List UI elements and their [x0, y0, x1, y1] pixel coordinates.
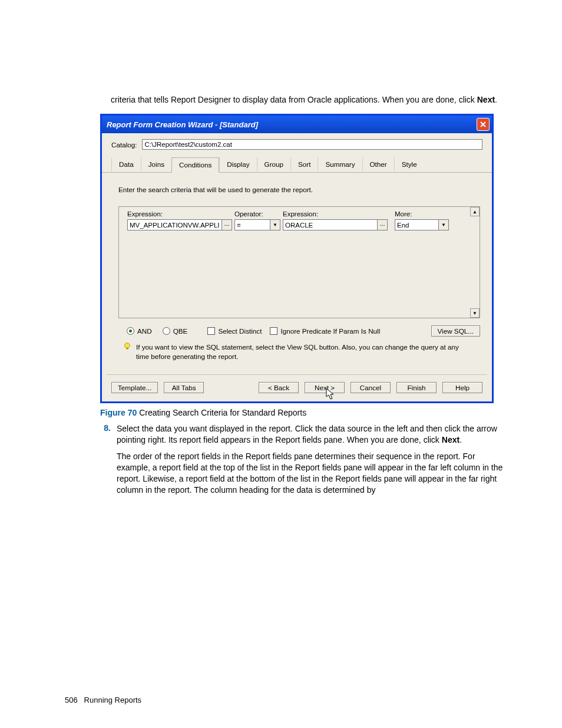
finish-button[interactable]: Finish	[396, 382, 437, 393]
catalog-input[interactable]	[142, 139, 482, 150]
criteria-panel: Expression: Operator: Expression: More: …	[118, 206, 480, 318]
hint-text: If you want to view the SQL statement, s…	[118, 341, 480, 368]
figure-caption: Figure 70 Creating Search Criteria for S…	[100, 408, 509, 417]
template-button[interactable]: Template...	[111, 382, 158, 393]
view-sql-button[interactable]: View SQL...	[431, 325, 481, 337]
expression-2-browse-button[interactable]: ...	[377, 219, 388, 230]
expression-1-input[interactable]	[127, 219, 222, 230]
follow-paragraph: The order of the report fields in the Re…	[117, 451, 509, 496]
header-more: More:	[395, 210, 449, 218]
tab-conditions[interactable]: Conditions	[171, 157, 219, 173]
tab-sort[interactable]: Sort	[290, 157, 318, 173]
tab-bar: Data Joins Conditions Display Group Sort…	[102, 152, 492, 173]
scroll-down-button[interactable]: ▼	[470, 308, 480, 318]
tab-group[interactable]: Group	[257, 157, 290, 173]
intro-paragraph: criteria that tells Report Designer to d…	[111, 94, 509, 106]
more-select[interactable]: End▼	[395, 219, 449, 230]
tab-style[interactable]: Style	[394, 157, 424, 173]
tab-joins[interactable]: Joins	[141, 157, 171, 173]
cursor-icon	[326, 388, 336, 401]
step-8-text: Select the data you want displayed in th…	[117, 423, 509, 446]
check-ignore-predicate[interactable]: Ignore Predicate If Param Is Null	[270, 327, 380, 335]
step-number-8: 8.	[98, 423, 111, 446]
svg-point-0	[125, 343, 130, 348]
chevron-down-icon: ▼	[270, 220, 280, 230]
tab-data[interactable]: Data	[111, 157, 141, 173]
cancel-button[interactable]: Cancel	[351, 382, 391, 393]
page-footer: 506 Running Reports	[65, 696, 141, 704]
next-button[interactable]: Next >	[305, 382, 345, 393]
radio-and[interactable]: AND	[127, 327, 152, 335]
help-button[interactable]: Help	[442, 382, 482, 393]
header-operator: Operator:	[234, 210, 280, 218]
window-title: Report Form Creation Wizard - [Standard]	[107, 120, 258, 129]
tab-summary[interactable]: Summary	[318, 157, 362, 173]
operator-select[interactable]: =▼	[234, 219, 280, 230]
expression-2-input[interactable]	[283, 219, 377, 230]
all-tabs-button[interactable]: All Tabs	[164, 382, 204, 393]
tab-other[interactable]: Other	[362, 157, 394, 173]
lightbulb-icon	[123, 342, 131, 351]
svg-rect-1	[126, 348, 128, 350]
expression-1-browse-button[interactable]: ...	[222, 219, 232, 230]
catalog-label: Catalog:	[111, 141, 137, 149]
tab-display[interactable]: Display	[219, 157, 256, 173]
title-bar: Report Form Creation Wizard - [Standard]	[102, 116, 492, 133]
check-select-distinct[interactable]: Select Distinct	[207, 327, 262, 335]
scroll-up-button[interactable]: ▲	[470, 207, 480, 216]
radio-qbe[interactable]: QBE	[163, 327, 188, 335]
header-expression-1: Expression:	[127, 210, 232, 218]
close-icon[interactable]	[477, 118, 490, 131]
instruction-text: Enter the search criteria that will be u…	[118, 186, 480, 193]
back-button[interactable]: < Back	[259, 382, 299, 393]
header-expression-2: Expression:	[283, 210, 388, 218]
dialog-window: Report Form Creation Wizard - [Standard]…	[100, 114, 494, 403]
chevron-down-icon: ▼	[438, 220, 448, 230]
